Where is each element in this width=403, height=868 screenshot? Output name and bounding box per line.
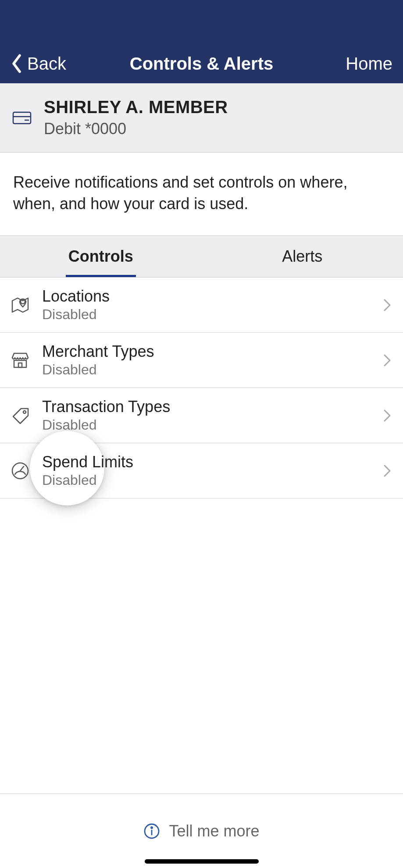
page-title: Controls & Alerts [130, 54, 273, 74]
tab-alerts[interactable]: Alerts [202, 236, 403, 277]
cardholder-name: SHIRLEY A. MEMBER [44, 97, 228, 117]
footer: Tell me more [0, 793, 403, 868]
back-button[interactable]: Back [11, 53, 66, 74]
chevron-right-icon [383, 464, 392, 478]
home-indicator [145, 859, 259, 864]
card-subtitle: Debit *0000 [44, 120, 228, 138]
tabs: Controls Alerts [0, 236, 403, 277]
chevron-right-icon [383, 298, 392, 312]
svg-point-3 [21, 299, 25, 304]
svg-line-8 [20, 466, 24, 471]
tell-me-more-button[interactable]: Tell me more [169, 822, 259, 840]
svg-point-11 [151, 827, 153, 828]
list-item-status: Disabled [42, 417, 383, 433]
svg-rect-0 [13, 112, 31, 124]
home-button[interactable]: Home [346, 54, 392, 74]
list-item-title: Transaction Types [42, 398, 383, 416]
chevron-left-icon [11, 53, 23, 74]
list-item-title: Spend Limits [42, 453, 383, 471]
page-description: Receive notifications and set controls o… [0, 153, 403, 236]
back-label: Back [27, 54, 66, 74]
list-item-merchant-types[interactable]: Merchant Types Disabled [0, 333, 403, 388]
gauge-icon [11, 461, 30, 480]
map-icon [11, 295, 30, 315]
list-item-spend-limits[interactable]: Spend Limits Disabled [0, 443, 403, 498]
tab-controls[interactable]: Controls [0, 236, 202, 277]
chevron-right-icon [383, 409, 392, 423]
status-bar [0, 0, 403, 44]
store-icon [11, 351, 30, 370]
tag-icon [11, 406, 30, 425]
svg-rect-4 [14, 360, 26, 367]
svg-rect-5 [18, 363, 22, 367]
list-item-title: Locations [42, 287, 383, 306]
chevron-right-icon [383, 353, 392, 367]
card-icon [12, 111, 32, 125]
info-icon [143, 823, 160, 840]
svg-point-6 [23, 411, 26, 413]
controls-list: Locations Disabled Merchant Types Disabl… [0, 277, 403, 498]
list-item-status: Disabled [42, 306, 383, 323]
list-item-locations[interactable]: Locations Disabled [0, 277, 403, 333]
list-item-status: Disabled [42, 472, 383, 488]
list-item-title: Merchant Types [42, 342, 383, 361]
list-item-status: Disabled [42, 362, 383, 378]
nav-bar: Back Controls & Alerts Home [0, 44, 403, 83]
card-summary: SHIRLEY A. MEMBER Debit *0000 [0, 83, 403, 153]
